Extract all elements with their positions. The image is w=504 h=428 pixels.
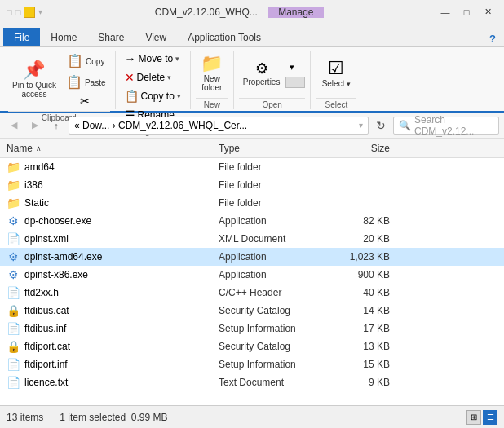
close-button[interactable]: ✕ xyxy=(478,4,497,20)
copy-to-icon: 📋 xyxy=(125,90,139,103)
move-to-label: Move to xyxy=(139,53,174,64)
header-type[interactable]: Type xyxy=(219,143,325,154)
xml-icon: 📄 xyxy=(7,232,20,245)
open-sub-btn[interactable]: ▾ xyxy=(285,59,305,75)
inf-icon: 📄 xyxy=(7,322,20,335)
tab-file[interactable]: File xyxy=(3,28,40,46)
up-button[interactable]: ↑ xyxy=(47,117,65,135)
table-row[interactable]: ⚙ dpinst-amd64.exe Application 1,023 KB xyxy=(0,248,504,266)
select-button[interactable]: ☑ Select ▾ xyxy=(316,52,356,95)
folder-icon: 📁 xyxy=(7,196,20,210)
file-name: i386 xyxy=(24,179,219,191)
file-size: 17 KB xyxy=(325,323,390,334)
title-filename: CDM_v2.12.06_WHQ... xyxy=(155,7,258,18)
selected-size: 0.99 MB xyxy=(131,412,168,423)
file-name: dpinst-amd64.exe xyxy=(24,251,219,263)
address-bar: ◀ ▶ ↑ « Dow... › CDM_v2.12.06_WHQL_Cer..… xyxy=(0,113,504,139)
ribbon: 📌 Pin to Quickaccess 📋 Copy 📋 Paste ✂ Cl… xyxy=(0,47,504,113)
properties-button[interactable]: ⚙ Properties xyxy=(239,52,285,95)
title-folder-icon xyxy=(24,7,35,18)
exe-icon: ⚙ xyxy=(7,250,20,263)
move-to-arrow: ▾ xyxy=(175,55,179,63)
table-row[interactable]: 📁 amd64 File folder xyxy=(0,158,504,176)
forward-button[interactable]: ▶ xyxy=(26,117,44,135)
exe-icon: ⚙ xyxy=(7,268,20,281)
table-row[interactable]: 📄 licence.txt Text Document 9 KB xyxy=(0,373,504,391)
file-type: File folder xyxy=(219,179,325,191)
search-box[interactable]: 🔍 Search CDM_v2.12... xyxy=(393,117,499,135)
txt-icon: 📄 xyxy=(7,376,20,389)
file-size: 40 KB xyxy=(325,287,390,298)
delete-button[interactable]: ✕ Delete ▾ xyxy=(121,69,176,86)
copy-button[interactable]: 📋 Copy xyxy=(62,51,110,71)
minimize-button[interactable]: — xyxy=(435,4,455,20)
file-type: Security Catalog xyxy=(219,305,325,316)
file-type: XML Document xyxy=(219,233,325,245)
folder-icon: 📁 xyxy=(7,179,20,192)
title-manage-tab: Manage xyxy=(268,7,323,18)
table-row[interactable]: 📁 i386 File folder xyxy=(0,176,504,194)
file-name: ftd2xx.h xyxy=(24,287,219,298)
file-type: Setup Information xyxy=(219,359,325,370)
cut-button[interactable]: ✂ xyxy=(62,93,110,109)
tab-application-tools[interactable]: Application Tools xyxy=(177,28,272,46)
select-icon: ☑ xyxy=(328,60,344,77)
selected-count: 1 item selected 0.99 MB xyxy=(60,412,167,423)
address-path[interactable]: « Dow... › CDM_v2.12.06_WHQL_Cer... ▾ xyxy=(69,117,369,135)
file-type: Application xyxy=(219,215,325,227)
ribbon-group-select: ☑ Select ▾ Select xyxy=(311,51,361,109)
tab-view[interactable]: View xyxy=(135,28,177,46)
list-view-button[interactable]: ☰ xyxy=(483,410,497,425)
table-row[interactable]: 🔒 ftdibus.cat Security Catalog 14 KB xyxy=(0,302,504,320)
pin-label: Pin to Quickaccess xyxy=(12,81,56,99)
file-rows-container: 📁 amd64 File folder 📁 i386 File folder 📁… xyxy=(0,158,504,391)
file-name: ftdibus.cat xyxy=(24,305,219,316)
delete-icon: ✕ xyxy=(125,71,135,84)
new-folder-label: Newfolder xyxy=(201,74,222,92)
file-type: Text Document xyxy=(219,377,325,388)
table-row[interactable]: 📁 Static File folder xyxy=(0,194,504,212)
ribbon-group-organize: → Move to ▾ ✕ Delete ▾ 📋 Copy to ▾ ☰ Ren… xyxy=(116,51,191,109)
file-size: 14 KB xyxy=(325,305,390,316)
file-type: Security Catalog xyxy=(219,341,325,352)
move-to-button[interactable]: → Move to ▾ xyxy=(121,51,184,67)
paste-label: Paste xyxy=(85,78,106,87)
h-icon: 📄 xyxy=(7,286,20,299)
main-area: Name ∧ Type Size 📁 amd64 File folder 📁 i… xyxy=(0,139,504,405)
status-bar: 13 items 1 item selected 0.99 MB ⊞ ☰ xyxy=(0,405,504,428)
address-path-text: « Dow... › CDM_v2.12.06_WHQL_Cer... xyxy=(74,120,359,131)
table-row[interactable]: 📄 dpinst.xml XML Document 20 KB xyxy=(0,230,504,248)
open-sub-buttons: ▾ xyxy=(285,59,305,88)
pin-button[interactable]: 📌 Pin to Quickaccess xyxy=(8,59,60,101)
table-row[interactable]: 📄 ftd2xx.h C/C++ Header 40 KB xyxy=(0,284,504,302)
new-label: New xyxy=(196,98,228,109)
delete-arrow: ▾ xyxy=(167,73,171,82)
grid-view-button[interactable]: ⊞ xyxy=(466,410,481,425)
maximize-button[interactable]: □ xyxy=(457,4,476,20)
ribbon-tab-bar: File Home Share View Application Tools ? xyxy=(0,24,504,47)
clipboard-buttons: 📌 Pin to Quickaccess 📋 Copy 📋 Paste ✂ xyxy=(8,51,110,109)
select-label: Select ▾ xyxy=(322,79,351,88)
tab-share[interactable]: Share xyxy=(87,28,135,46)
file-type: Setup Information xyxy=(219,323,325,334)
help-icon[interactable]: ? xyxy=(484,31,501,46)
table-row[interactable]: 📄 ftdiport.inf Setup Information 15 KB xyxy=(0,355,504,373)
header-name[interactable]: Name ∧ xyxy=(7,143,219,154)
table-row[interactable]: 🔒 ftdiport.cat Security Catalog 13 KB xyxy=(0,338,504,355)
file-size: 13 KB xyxy=(325,341,390,352)
paste-button[interactable]: 📋 Paste xyxy=(62,72,110,92)
table-row[interactable]: ⚙ dpinst-x86.exe Application 900 KB xyxy=(0,266,504,284)
table-row[interactable]: ⚙ dp-chooser.exe Application 82 KB xyxy=(0,212,504,230)
header-size[interactable]: Size xyxy=(325,143,390,154)
search-placeholder: Search CDM_v2.12... xyxy=(414,114,493,137)
copy-to-button[interactable]: 📋 Copy to ▾ xyxy=(121,88,185,104)
title-controls: — □ ✕ xyxy=(435,4,497,20)
tab-home[interactable]: Home xyxy=(40,28,87,46)
refresh-button[interactable]: ↻ xyxy=(372,117,390,135)
table-row[interactable]: 📄 ftdibus.inf Setup Information 17 KB xyxy=(0,320,504,338)
view-buttons: ⊞ ☰ xyxy=(466,410,497,425)
back-button[interactable]: ◀ xyxy=(5,117,23,135)
new-folder-button[interactable]: 📁 Newfolder xyxy=(196,52,228,95)
file-list-header: Name ∧ Type Size xyxy=(0,139,504,158)
title-icon-1: □ xyxy=(7,7,12,17)
